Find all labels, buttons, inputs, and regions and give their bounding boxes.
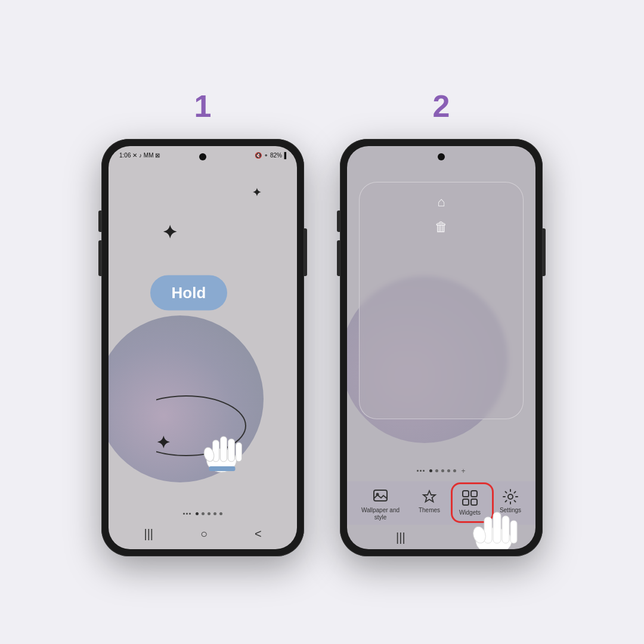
dot-3: [208, 512, 210, 515]
menu-wallpaper[interactable]: Wallpaper andstyle: [361, 488, 400, 521]
step-2: 2 ⌂: [340, 88, 543, 556]
screen2: ⌂ 🗑 +: [347, 146, 535, 549]
themes-icon: [421, 488, 438, 505]
page-dots-2: +: [347, 461, 535, 481]
wallpaper-area-2: ⌂ 🗑: [347, 164, 535, 461]
dot2-5: [453, 469, 456, 472]
hand-cursor-1: [195, 420, 249, 476]
phone-1-screen: 1:06 ✕ ♪ MM ⊠ 🔇 ⚬ 82%▐ ✦ ✦ ✦: [109, 146, 297, 549]
dot2-3: [441, 469, 444, 472]
nav-recent[interactable]: <: [255, 527, 262, 541]
screen1: 1:06 ✕ ♪ MM ⊠ 🔇 ⚬ 82%▐ ✦ ✦ ✦: [109, 146, 297, 549]
hold-button[interactable]: Hold: [150, 275, 228, 310]
nav-back[interactable]: |||: [144, 527, 153, 541]
sparkle-1: ✦: [252, 186, 261, 199]
nav-bar-1: ||| ○ <: [109, 521, 297, 549]
status-bar-1: 1:06 ✕ ♪ MM ⊠ 🔇 ⚬ 82%▐: [109, 146, 297, 162]
phone-1: 1:06 ✕ ♪ MM ⊠ 🔇 ⚬ 82%▐ ✦ ✦ ✦: [101, 139, 304, 556]
trash-icon: 🗑: [435, 219, 448, 235]
step-2-number: 2: [433, 88, 450, 124]
phone-2: ⌂ 🗑 +: [340, 139, 543, 556]
menu-themes[interactable]: Themes: [419, 488, 440, 514]
wallpaper-label: Wallpaper andstyle: [361, 507, 400, 521]
dots-eq-2: [417, 469, 425, 472]
wallpaper-area-1: ✦ ✦ ✦ Hold: [109, 162, 297, 506]
step-1-number: 1: [194, 88, 212, 124]
svg-rect-20: [510, 521, 517, 543]
phone-2-screen: ⌂ 🗑 +: [347, 146, 535, 549]
dots-eq: [183, 512, 191, 515]
status-left: 1:06 ✕ ♪ MM ⊠: [119, 152, 160, 159]
step-1: 1 1:06 ✕ ♪ MM ⊠ 🔇 ⚬ 82%▐: [101, 88, 304, 556]
page-dots-1: [109, 506, 297, 521]
nav-home[interactable]: ○: [200, 527, 208, 541]
frosted-card: ⌂ 🗑: [359, 182, 524, 419]
themes-label: Themes: [419, 507, 440, 514]
svg-rect-3: [228, 439, 235, 462]
wallpaper-icon: [372, 488, 389, 505]
plus-icon: +: [461, 467, 465, 475]
svg-rect-2: [221, 436, 227, 462]
svg-rect-9: [374, 490, 387, 501]
dot-2: [202, 512, 205, 515]
svg-rect-6: [209, 466, 236, 471]
svg-rect-18: [493, 512, 501, 543]
home-icon: ⌂: [437, 194, 445, 210]
status-right: 🔇 ⚬ 82%▐: [255, 152, 286, 159]
svg-rect-19: [502, 516, 509, 543]
main-container: 1 1:06 ✕ ♪ MM ⊠ 🔇 ⚬ 82%▐: [0, 0, 644, 644]
dot-4: [213, 512, 216, 515]
dot-1: [196, 512, 199, 515]
nav2-back[interactable]: |||: [396, 531, 405, 544]
dot2-2: [435, 469, 438, 472]
dot2-4: [447, 469, 450, 472]
camera-notch-2: [438, 153, 445, 160]
sparkle-2: ✦: [162, 222, 177, 243]
hand-cursor-2: [464, 493, 530, 549]
svg-rect-4: [236, 442, 242, 462]
dot-5: [219, 512, 222, 515]
dot2-1: [429, 469, 432, 472]
